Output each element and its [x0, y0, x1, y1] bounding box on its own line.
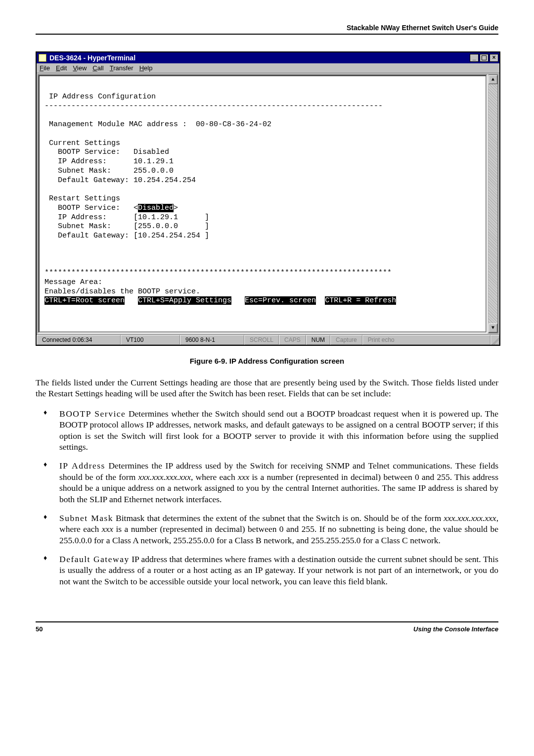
menu-call[interactable]: Call [92, 64, 103, 72]
cur-bootp-value: Disabled [134, 148, 169, 156]
window-title: DES-3624 - HyperTerminal [49, 54, 135, 62]
msg-area-label: Message Area: [44, 278, 102, 286]
figure-caption: Figure 6-9. IP Address Configuration scr… [36, 357, 498, 365]
bullet-ip: IP Address Determines the IP address use… [36, 460, 498, 505]
rst-gw-value[interactable]: 10.254.254.254 [138, 232, 200, 240]
term-gateway: Default Gateway [59, 554, 130, 564]
menu-file[interactable]: File [40, 64, 50, 72]
mac-label: Management Module MAC address : [49, 120, 187, 129]
maximize-button[interactable] [480, 54, 489, 62]
cur-bootp-label: BOOTP Service: [58, 148, 120, 156]
hotkey-root: CTRL+T=Root screen [44, 296, 125, 305]
menu-help[interactable]: Help [139, 64, 153, 72]
rst-mask-label: Subnet Mask: [58, 222, 111, 231]
status-emulation: VT100 [121, 335, 180, 345]
page-number: 50 [36, 625, 43, 633]
status-params: 9600 8-N-1 [180, 335, 244, 345]
status-num: NUM [306, 335, 330, 345]
cur-mask-label: Subnet Mask: [58, 167, 111, 175]
app-icon [39, 54, 46, 62]
menubar: File Edit View Call Transfer Help [37, 63, 499, 73]
footer-section: Using the Console Interface [413, 625, 498, 633]
text-bootp: Determines whether the Switch should sen… [59, 409, 498, 452]
terminal-screen[interactable]: IP Address Configuration ---------------… [39, 75, 487, 332]
menu-transfer[interactable]: Transfer [110, 64, 134, 72]
menu-edit[interactable]: Edit [56, 64, 67, 72]
running-header: Stackable NWay Ethernet Switch User's Gu… [36, 24, 498, 35]
intro-paragraph: The fields listed under the Current Sett… [36, 377, 498, 399]
bullet-gateway: Default Gateway IP address that determin… [36, 554, 498, 587]
msg-text: Enables/disables the BOOTP service. [44, 287, 200, 296]
minimize-button[interactable]: _ [470, 54, 479, 62]
scroll-track[interactable] [489, 84, 497, 324]
term-ip: IP Address [59, 461, 105, 471]
current-heading: Current Settings [49, 139, 120, 147]
cur-mask-value: 255.0.0.0 [134, 167, 174, 175]
rst-gw-label: Default Gateway: [58, 232, 129, 240]
cur-gw-value: 10.254.254.254 [134, 176, 196, 185]
rst-bootp-value[interactable]: Disabled [138, 204, 174, 212]
status-capture: Capture [330, 335, 362, 345]
resize-grip-icon[interactable] [490, 335, 499, 345]
hyperterminal-window: DES-3624 - HyperTerminal _ × File Edit V… [36, 51, 500, 346]
page-footer: 50 Using the Console Interface [36, 621, 498, 633]
bullet-bootp: BOOTP Service Determines whether the Swi… [36, 408, 498, 453]
status-connected: Connected 0:06:34 [37, 335, 121, 345]
bullet-subnet: Subnet Mask Bitmask that determines the … [36, 513, 498, 546]
cur-ip-label: IP Address: [58, 157, 107, 166]
statusbar: Connected 0:06:34 VT100 9600 8-N-1 SCROL… [37, 334, 499, 345]
term-stars: ****************************************… [44, 269, 392, 277]
close-button[interactable]: × [490, 54, 498, 62]
cur-gw-label: Default Gateway: [58, 176, 129, 185]
mac-value: 00-80-C8-36-24-02 [196, 120, 271, 129]
status-caps: CAPS [279, 335, 306, 345]
term-title: IP Address Configuration [49, 93, 156, 101]
term-subnet: Subnet Mask [59, 513, 113, 523]
rst-ip-label: IP Address: [58, 213, 107, 222]
cur-ip-value: 10.1.29.1 [134, 157, 174, 166]
menu-view[interactable]: View [73, 64, 87, 72]
scrollbar[interactable]: ▲ ▼ [489, 74, 498, 333]
hotkey-apply: CTRL+S=Apply Settings [138, 296, 231, 305]
status-printecho: Print echo [362, 335, 490, 345]
status-scroll: SCROLL [244, 335, 279, 345]
titlebar: DES-3624 - HyperTerminal _ × [37, 52, 499, 63]
rst-mask-value[interactable]: 255.0.0.0 [138, 222, 178, 231]
restart-heading: Restart Settings [49, 194, 120, 203]
hotkey-prev: Esc=Prev. screen [245, 296, 316, 305]
rst-ip-value[interactable]: 10.1.29.1 [138, 213, 178, 222]
hotkey-refresh: CTRL+R = Refresh [325, 296, 396, 305]
term-bootp: BOOTP Service [59, 409, 126, 419]
term-rule: ----------------------------------------… [44, 102, 383, 110]
scroll-up-icon[interactable]: ▲ [489, 75, 497, 84]
scroll-down-icon[interactable]: ▼ [489, 324, 497, 332]
rst-bootp-label: BOOTP Service: [58, 204, 120, 212]
